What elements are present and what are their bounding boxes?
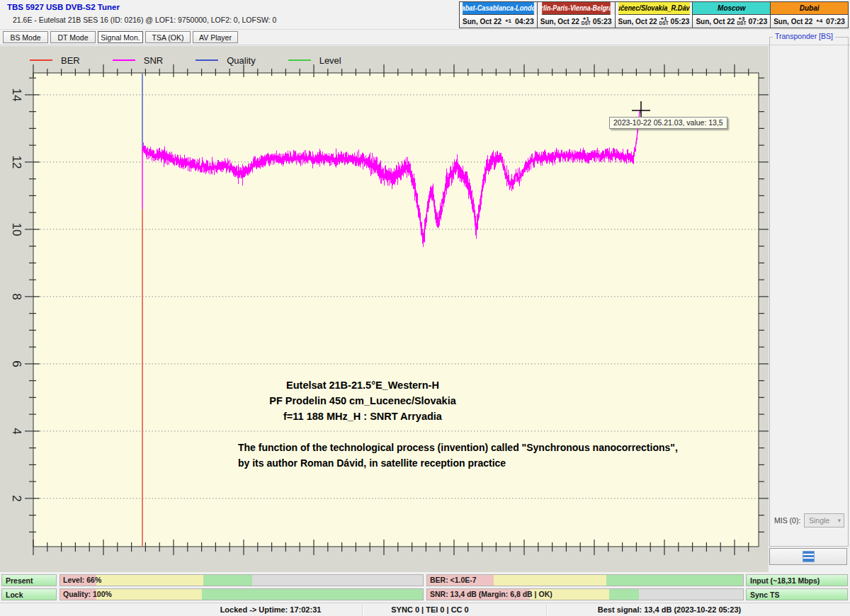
y-tick-label: 14 (9, 88, 23, 101)
tab-av-player[interactable]: AV Player (193, 31, 238, 43)
clock-city-name: Moscow (693, 2, 770, 15)
y-tick-label: 10 (9, 222, 23, 236)
progress-bar: Level: 66% (60, 574, 424, 586)
clock-utc-offset: +1DST (657, 17, 671, 25)
clock-date: Sun, Oct 22 (540, 18, 579, 25)
clock-column: Lučenec/Slovakia_R.DávidSun, Oct 22+1DST… (616, 2, 693, 28)
status-box: Sync TS (746, 588, 848, 600)
clock-date: Sun, Oct 22 (618, 18, 657, 25)
status-box: Input (~18,31 Mbps) (746, 574, 848, 586)
progress-bar-label: SNR: 13,4 dB (Margin: 6,8 dB | OK) (430, 590, 552, 598)
clock-city-name: Lučenec/Slovakia_R.Dávid (618, 2, 689, 15)
best-signal-status: Best signal: 13,4 dB (2023-10-22 05:23) (598, 605, 741, 614)
header-divider (0, 29, 850, 30)
progress-bar: SNR: 13,4 dB (Margin: 6,8 dB | OK) (426, 588, 744, 600)
chart-annotation-description: The function of the technological proces… (238, 440, 678, 471)
transponder-groupbox (769, 37, 849, 547)
clock-utc-offset: +1 (503, 19, 514, 23)
chart-annotation-site: Eutelsat 21B-21.5°E_Western-H PF Prodeli… (269, 377, 456, 424)
mis-selected-value: Single (809, 516, 829, 525)
clock-time: 04:23 (515, 17, 534, 25)
sync-status: SYNC 0 | TEI 0 | CC 0 (391, 605, 468, 614)
transponder-group-label: Transponder [BS] (773, 32, 835, 40)
mis-dropdown[interactable]: Single ▾ (804, 513, 844, 527)
clock-column: Berlin-Paris-Vienna-BelgradeSun, Oct 22+… (538, 2, 616, 28)
transponder-sidebar: Transponder [BS] Frequency:11188,368 MHz… (769, 0, 850, 616)
clock-time-row: Sun, Oct 22+1DST05:23 (538, 15, 615, 28)
clock-time: 07:23 (748, 17, 767, 25)
tabbar-divider (0, 45, 850, 45)
y-tick-label: 4 (9, 428, 23, 434)
statusbar: Locked -> Uptime: 17:02:31 SYNC 0 | TEI … (0, 603, 850, 616)
y-tick-label: 8 (9, 293, 23, 300)
progress-bar-label: BER: <1.0E-7 (430, 576, 477, 584)
stream-list-button[interactable] (769, 548, 847, 565)
tab-bs-mode[interactable]: BS Mode (3, 31, 48, 43)
mode-tabbar: BS ModeDT ModeSignal Mon.TSA (OK)AV Play… (3, 31, 238, 44)
clock-city-name: Berlin-Paris-Vienna-Belgrade (542, 2, 610, 15)
clock-column: MoscowSun, Oct 22+3DST07:23 (693, 2, 771, 28)
uptime-status: Locked -> Uptime: 17:02:31 (220, 605, 322, 614)
clock-date: Sun, Oct 22 (463, 18, 502, 25)
clock-time: 05:23 (671, 17, 690, 25)
clock-time-row: Sun, Oct 22+104:23 (460, 15, 537, 28)
signal-monitor-chart: BERSNRQualityLevel 2468101214 Eutelsat 2… (0, 46, 769, 572)
y-tick-label: 2 (9, 495, 23, 501)
clock-utc-offset: +3DST (735, 17, 748, 25)
clock-column: Rabat-Casablanca-LondonSun, Oct 22+104:2… (460, 2, 538, 28)
clock-utc-offset: +1DST (579, 17, 593, 25)
status-box-lock: Lock (1, 588, 57, 600)
tab-signal-mon-[interactable]: Signal Mon. (98, 31, 143, 43)
progress-bar: Quality: 100% (60, 588, 424, 600)
mis-label: MIS (0): (774, 516, 800, 525)
clock-time-row: Sun, Oct 22+3DST07:23 (693, 15, 770, 28)
progress-bar-label: Quality: 100% (63, 590, 112, 598)
tab-tsa-ok-[interactable]: TSA (OK) (145, 31, 191, 43)
clock-date: Sun, Oct 22 (696, 18, 735, 25)
statusbar-separator (362, 605, 363, 615)
window-title: TBS 5927 USB DVB-S2 Tuner (7, 3, 120, 11)
progress-bar-label: Level: 66% (63, 576, 101, 584)
progress-bar: BER: <1.0E-7 (426, 574, 744, 586)
tuner-subtitle: 21.6E - Eutelsat 21B SES 16 (ID: 0216) @… (13, 16, 276, 24)
clock-time: 05:23 (593, 17, 612, 25)
list-icon (803, 551, 815, 562)
chevron-down-icon: ▾ (837, 517, 841, 524)
clock-city-name: Rabat-Casablanca-London (463, 2, 533, 15)
y-tick-label: 12 (9, 155, 23, 169)
statusbar-separator (546, 605, 548, 615)
status-box-present: Present (1, 574, 57, 586)
y-tick-label: 6 (9, 360, 23, 367)
tab-dt-mode[interactable]: DT Mode (50, 31, 96, 43)
chart-value-tooltip: 2023-10-22 05.21.03, value: 13,5 (609, 117, 727, 129)
clock-time-row: Sun, Oct 22+1DST05:23 (616, 15, 693, 28)
